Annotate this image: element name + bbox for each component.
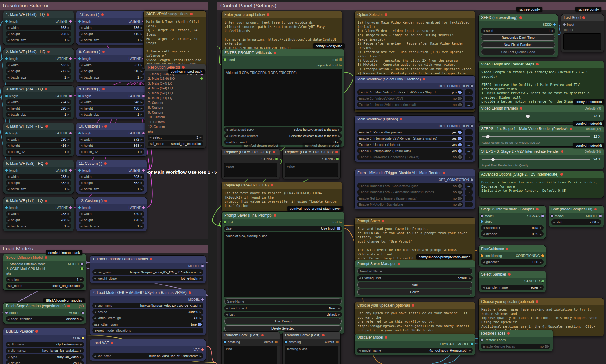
arrow-left-icon[interactable]: ◀ bbox=[80, 219, 82, 222]
widget-height[interactable]: ◀height208▶ bbox=[6, 31, 71, 37]
arrow-right-icon[interactable]: ▶ bbox=[68, 113, 70, 116]
slider-handle[interactable] bbox=[486, 135, 490, 139]
input-dot-length[interactable] bbox=[78, 206, 81, 209]
input-new-list-name[interactable]: New List Name bbox=[357, 268, 472, 274]
widget-width[interactable]: ◀width320▶ bbox=[6, 137, 71, 142]
input-save-name[interactable]: Save Name bbox=[224, 298, 342, 304]
arrow-left-icon[interactable]: ◀ bbox=[149, 136, 151, 139]
toggle-state-dot[interactable] bbox=[458, 131, 462, 134]
jump-to-group-button[interactable]: → bbox=[465, 96, 473, 101]
arrow-right-icon[interactable]: ▶ bbox=[68, 144, 70, 147]
arrow-right-icon[interactable]: ▶ bbox=[200, 311, 202, 313]
arrow-right-icon[interactable]: ▶ bbox=[68, 213, 70, 215]
arrow-left-icon[interactable]: ◀ bbox=[80, 33, 82, 35]
arrow-right-icon[interactable]: ▶ bbox=[80, 362, 82, 364]
arrow-left-icon[interactable]: ◀ bbox=[7, 39, 9, 42]
input-dot-conditioning[interactable] bbox=[481, 254, 483, 257]
arrow-right-icon[interactable]: ▶ bbox=[68, 225, 70, 228]
button-add[interactable]: Add bbox=[357, 282, 472, 288]
button-delete[interactable]: Delete bbox=[357, 289, 472, 295]
arrow-right-icon[interactable]: ▶ bbox=[141, 188, 143, 191]
group-title[interactable]: Load Models bbox=[0, 245, 208, 253]
node-titlebar[interactable]: Choose your upscaler (optional) bbox=[355, 302, 475, 309]
widget-width[interactable]: ◀width272▶ bbox=[79, 137, 144, 142]
input-dot-length[interactable] bbox=[5, 169, 8, 172]
widget-clip-name1[interactable]: ◀clip_name1clip_l.safetensors▶ bbox=[6, 342, 84, 347]
jump-to-group-button[interactable]: → bbox=[465, 202, 473, 207]
output-dot-latent[interactable] bbox=[69, 132, 72, 134]
toggle-state-dot[interactable] bbox=[458, 184, 462, 188]
input-dot-length[interactable] bbox=[5, 95, 8, 97]
widget-batch-size[interactable]: ◀batch_size1▶ bbox=[79, 149, 144, 155]
widget-denoise[interactable]: ◀denoise0.85▶ bbox=[481, 231, 544, 237]
arrow-right-icon[interactable]: ▶ bbox=[68, 175, 70, 178]
jump-to-group-button[interactable]: → bbox=[465, 183, 473, 189]
input-dot-length[interactable] bbox=[78, 20, 81, 23]
comfyui-node-graph-canvas[interactable]: Resolution SelectorControl Panel (Settin… bbox=[0, 0, 606, 364]
widget-height[interactable]: ◀height288▶ bbox=[6, 217, 71, 223]
node-titlebar[interactable]: Prompt Saver Manager bbox=[355, 260, 475, 267]
toggle-enable-mmaudio-standalone[interactable]: Enable MMAudio - Standaloneno bbox=[357, 202, 463, 207]
node-titlebar[interactable]: Shift (modelSampleSD3) bbox=[549, 206, 604, 213]
node-titlebar[interactable]: Load VAE bbox=[90, 339, 206, 346]
arrow-right-icon[interactable]: ▶ bbox=[540, 261, 542, 263]
node-titlebar[interactable]: 5. Main WF (5x8) - HQ bbox=[3, 160, 74, 167]
input-dot-seed[interactable] bbox=[224, 58, 226, 61]
arrow-left-icon[interactable]: ◀ bbox=[483, 286, 485, 289]
arrow-left-icon[interactable]: ◀ bbox=[553, 221, 555, 224]
widget-width[interactable]: ◀width224▶ bbox=[6, 99, 71, 105]
output-dot-sigmas[interactable] bbox=[541, 215, 544, 217]
arrow-right-icon[interactable]: ▶ bbox=[141, 26, 143, 29]
node-titlebar[interactable]: Advanced Options (Stage 2. T2V Intermedi… bbox=[479, 171, 604, 178]
arrow-right-icon[interactable]: ▶ bbox=[68, 151, 70, 153]
arrow-right-icon[interactable]: ▶ bbox=[68, 219, 70, 222]
output-dot-string[interactable] bbox=[336, 158, 339, 160]
node-titlebar[interactable]: 3. Main WF (3x4) - LQ bbox=[3, 86, 74, 92]
widget-load-saved[interactable]: ◀Load SavedNone▶ bbox=[224, 305, 342, 311]
widget-batch-size[interactable]: ◀batch_size1▶ bbox=[79, 37, 144, 43]
widget-height[interactable]: ◀height368▶ bbox=[79, 143, 144, 148]
arrow-left-icon[interactable]: ◀ bbox=[226, 135, 228, 137]
arrow-left-icon[interactable]: ◀ bbox=[7, 188, 9, 191]
arrow-right-icon[interactable]: ▶ bbox=[338, 313, 340, 316]
jump-to-group-button[interactable]: → bbox=[465, 142, 473, 147]
arrow-left-icon[interactable]: ◀ bbox=[80, 26, 82, 29]
arrow-left-icon[interactable]: ◀ bbox=[7, 26, 9, 29]
arrow-right-icon[interactable]: ▶ bbox=[68, 182, 70, 184]
output-dot-conditioning[interactable] bbox=[541, 254, 544, 257]
toggle-state-dot[interactable] bbox=[458, 137, 462, 140]
input-dot-model[interactable] bbox=[551, 215, 553, 217]
slider-handle[interactable] bbox=[491, 157, 495, 161]
arrow-right-icon[interactable]: ▶ bbox=[68, 39, 70, 42]
node-titlebar[interactable]: Prompt Saver bbox=[355, 218, 475, 224]
arrow-left-icon[interactable]: ◀ bbox=[80, 182, 82, 184]
jump-to-group-button[interactable]: → bbox=[465, 189, 473, 195]
arrow-left-icon[interactable]: ◀ bbox=[359, 349, 361, 352]
arrow-right-icon[interactable]: ▶ bbox=[68, 26, 70, 29]
widget-unet-name[interactable]: ◀unet_namehunyuan\hunyuan-video-t2v-720p… bbox=[92, 303, 203, 308]
output-dot-latent[interactable] bbox=[142, 95, 145, 97]
node-titlebar[interactable]: Enter your prompt below bbox=[222, 11, 342, 18]
widget-height[interactable]: ◀height480▶ bbox=[79, 106, 144, 111]
widget-virtual-vram-gb[interactable]: ◀virtual_vram_gb4.0▶ bbox=[92, 315, 203, 321]
arrow-left-icon[interactable]: ◀ bbox=[483, 233, 485, 236]
arrow-left-icon[interactable]: ◀ bbox=[7, 33, 9, 35]
input-dot-length[interactable] bbox=[78, 95, 81, 97]
input-dot-model[interactable] bbox=[5, 312, 8, 314]
arrow-right-icon[interactable]: ▶ bbox=[338, 307, 340, 310]
widget-width[interactable]: ◀width288▶ bbox=[6, 174, 71, 179]
group-title[interactable]: Resolution Selector bbox=[0, 2, 208, 10]
output-dot-opt-connection[interactable] bbox=[471, 178, 473, 181]
output-dot-upscale-model[interactable] bbox=[471, 343, 473, 345]
toggle-enable-1a-main-video-render-text2video-stage-1[interactable]: Enable 1a. Main Video Render - Text2Vide… bbox=[357, 89, 463, 95]
widget-select[interactable]: ◀select3▶ bbox=[148, 135, 203, 140]
arrow-left-icon[interactable]: ◀ bbox=[80, 70, 82, 73]
toggle-enable-2-pause-after-preview[interactable]: Enable 2. Pause after previewyes bbox=[357, 129, 463, 135]
arrow-left-icon[interactable]: ◀ bbox=[7, 213, 9, 215]
toggle-state-dot[interactable] bbox=[458, 97, 462, 100]
output-dot-latent[interactable] bbox=[69, 20, 72, 23]
field-sel-mode[interactable]: sel_modeselect_on_execution bbox=[6, 283, 84, 289]
widget-weight-dtype[interactable]: ◀weight_dtypefp8_e4m3fn▶ bbox=[92, 276, 203, 281]
toggle-enable-random-lora-characters-styles[interactable]: Enable Random Lora - Characters/Stylesno bbox=[357, 183, 463, 189]
widget-height[interactable]: ◀height416▶ bbox=[79, 31, 144, 37]
